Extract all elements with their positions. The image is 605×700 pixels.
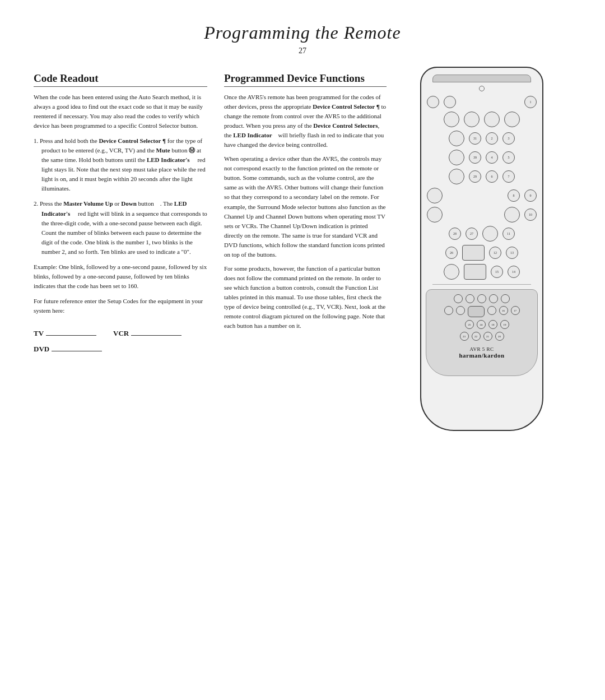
remote-btn-13[interactable]: 13 [506,247,518,259]
transport-btn-a[interactable] [454,294,463,303]
programmed-device-body: Once the AVR5's remote has been programm… [224,92,387,331]
remote-btn-d[interactable] [464,112,480,127]
remote-btn-k[interactable] [427,207,443,222]
remote-row-7: 10 [427,207,537,222]
example-text: Example: One blink, followed by a one-se… [34,262,207,291]
remote-btn-g[interactable] [449,131,464,146]
remote-btn-1[interactable]: 1 [524,96,537,108]
transport-row-3: 25 24 18 19 [430,320,534,329]
tv-label: TV [34,327,96,338]
remote-row-5: 29 6 7 [427,169,537,184]
remote-divider [432,284,531,285]
remote-btn-9[interactable]: 9 [524,189,537,202]
joystick[interactable] [468,306,485,317]
transport-btn-22[interactable]: 22 [472,332,481,341]
transport-row-1 [430,294,534,303]
step-1: 1. Press and hold both the Device Contro… [34,136,207,193]
remote-btn-11[interactable]: 11 [502,228,515,240]
tv-vcr-row: TV VCR [34,327,207,338]
transport-row-2: 16 17 [430,306,534,317]
dvd-row: DVD [34,342,207,354]
remote-row-8: 28 27 11 [427,226,537,242]
remote-btn-6[interactable]: 6 [486,170,498,183]
transport-btn-25[interactable]: 25 [465,320,474,329]
transport-btn-c[interactable] [477,294,486,303]
remote-rect-btn-a[interactable] [462,245,485,261]
transport-btn-18[interactable]: 18 [488,320,497,329]
transport-btn-f[interactable] [444,306,453,315]
transport-btn-21[interactable]: 21 [483,332,492,341]
page-title: Programming the Remote [34,22,571,43]
remote-btn-29[interactable]: 29 [469,170,481,183]
remote-btn-h[interactable] [449,150,464,165]
remote-btn-5[interactable]: 5 [502,151,515,164]
remote-btn-3[interactable]: 3 [502,132,515,145]
remote-wrapper: 1 31 2 3 [403,67,560,431]
remote-row-9: 26 12 13 [427,245,537,261]
remote-row-2 [427,112,537,127]
dvd-label: DVD [34,342,102,354]
remote-model: AVR 5 RC [430,346,534,352]
transport-btn-19b[interactable]: 19 [500,320,509,329]
remote-btn-15[interactable]: 15 [491,266,503,278]
transport-row-4: 23 22 21 20 [430,332,534,341]
remote-btn-n[interactable] [444,264,459,280]
transport-btn-17[interactable]: 17 [511,306,520,315]
remote-btn-f[interactable] [504,112,520,127]
transport-btn-23[interactable]: 23 [460,332,469,341]
remote-top-bar [432,75,531,82]
remote-btn-a[interactable] [427,96,439,108]
middle-column: Programmed Device Functions Once the AVR… [224,72,387,431]
remote-btn-l[interactable] [504,207,520,222]
transport-btn-b[interactable] [466,294,474,303]
remote-btn-7[interactable]: 7 [502,170,515,183]
programmed-device-heading: Programmed Device Functions [224,72,387,87]
remote-btn-26[interactable]: 26 [445,247,458,259]
remote-row-4: 39 4 5 [427,150,537,165]
remote-btn-2[interactable]: 2 [486,132,498,145]
transport-btn-h[interactable] [487,306,496,315]
code-readout-heading: Code Readout [34,72,207,87]
remote-row-3: 31 2 3 [427,131,537,146]
page-number: 27 [34,47,571,55]
remote-btn-12[interactable]: 12 [489,247,501,259]
transport-btn-20[interactable]: 20 [495,332,504,341]
remote-btn-4[interactable]: 4 [486,151,498,164]
future-ref-text: For future reference enter the Setup Cod… [34,296,207,316]
remote-row-10: 15 14 [427,264,537,280]
code-readout-intro: When the code has been entered using the… [34,92,207,131]
remote-btn-c[interactable] [444,112,459,127]
transport-btn-24[interactable]: 24 [477,320,486,329]
remote-body: 1 31 2 3 [420,67,543,431]
code-readout-steps: 1. Press and hold both the Device Contro… [34,136,207,257]
transport-btn-d[interactable] [489,294,498,303]
remote-btn-e[interactable] [484,112,500,127]
remote-btn-8[interactable]: 8 [508,189,520,202]
remote-btn-31[interactable]: 31 [469,132,481,145]
left-column: Code Readout When the code has been ente… [34,72,207,431]
remote-btn-27[interactable]: 27 [466,228,478,240]
remote-btn-b[interactable] [444,96,456,108]
page-container: Programming the Remote 27 Code Readout W… [0,0,605,700]
remote-brand: AVR 5 RC harman/kardon [430,346,534,359]
remote-btn-10[interactable]: 10 [524,208,537,221]
remote-btn-i[interactable] [449,169,464,184]
remote-btn-14[interactable]: 14 [508,266,520,278]
transport-btn-e[interactable] [501,294,510,303]
transport-btn-16[interactable]: 16 [499,306,508,315]
vcr-label: VCR [113,327,182,338]
remote-btn-m[interactable] [482,226,498,242]
remote-btn-j[interactable] [427,188,443,203]
content-area: Code Readout When the code has been ente… [34,72,571,431]
led-indicator [479,86,485,91]
remote-row-6: 8 9 [427,188,537,203]
remote-btn-28[interactable]: 28 [449,228,461,240]
remote-rect-btn-b[interactable] [464,264,486,280]
remote-row-1: 1 [427,96,537,108]
right-column: 1 31 2 3 [403,72,560,431]
step-2: 2. Press the Master Volume Up or Down bu… [34,199,207,256]
remote-bottom-section: 16 17 25 24 18 19 23 [426,289,538,376]
remote-brand-name: harman/kardon [430,352,534,359]
transport-btn-g[interactable] [456,306,465,315]
remote-btn-39[interactable]: 39 [469,151,481,164]
